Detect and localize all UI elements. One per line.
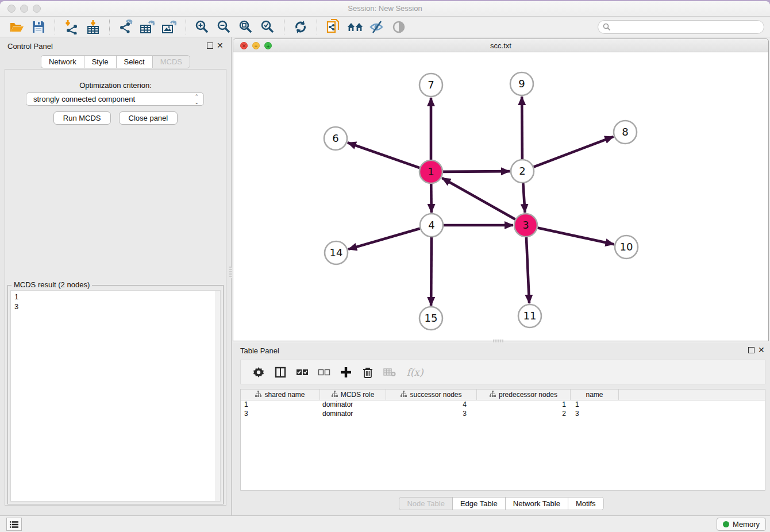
table-tabs: Node TableEdge TableNetwork TableMotifs (233, 497, 770, 510)
network-title: scc.txt (233, 41, 768, 50)
edge-3-11[interactable] (526, 237, 529, 303)
table-toolbar: f(x) (240, 360, 765, 384)
import-table-icon[interactable] (85, 19, 101, 35)
vertical-splitter[interactable] (229, 267, 232, 278)
node-label-9: 9 (518, 78, 525, 90)
zoom-in-icon[interactable] (194, 19, 210, 35)
node-table[interactable]: shared nameMCDS rolesuccessor nodesprede… (240, 389, 765, 491)
delete-table-icon (382, 365, 397, 380)
control-panel-header: Control Panel ✕ (0, 41, 231, 52)
select-all-icon[interactable] (295, 365, 310, 380)
column-header-MCDS-role[interactable]: MCDS role (320, 390, 386, 400)
import-network-icon[interactable] (63, 19, 79, 35)
hide-graphics-icon[interactable] (369, 19, 385, 35)
column-header-successor-nodes[interactable]: successor nodes (386, 390, 477, 400)
float-table-panel-icon[interactable] (748, 347, 754, 353)
app-window: Session: New Session (0, 1, 770, 532)
task-history-button[interactable] (6, 518, 22, 531)
save-icon[interactable] (30, 19, 47, 35)
optimization-label: Optimization criterion: (5, 81, 226, 90)
main-toolbar (0, 17, 770, 37)
edge-2-9[interactable] (522, 97, 522, 159)
table-cell: 1 (241, 400, 320, 410)
export-table-icon[interactable] (140, 19, 156, 35)
tab-mcds[interactable]: MCDS (152, 55, 190, 68)
tab-motifs[interactable]: Motifs (568, 497, 604, 510)
node-label-4: 4 (428, 219, 434, 231)
search-box[interactable] (598, 20, 764, 34)
table-row[interactable]: 1dominator411 (241, 400, 765, 410)
edge-3-10[interactable] (538, 228, 614, 244)
table-cell: 1 (571, 400, 619, 410)
network-view-window: ✕ − ＋ scc.txt 7968124314101511 (233, 38, 769, 341)
open-folder-icon[interactable] (9, 19, 25, 35)
chevron-up-down-icon: ⌃⌄ (194, 94, 199, 105)
toolbar-separator (109, 20, 110, 34)
edge-1-2[interactable] (443, 171, 510, 172)
network-graph[interactable]: 7968124314101511 (233, 52, 768, 341)
gear-icon[interactable] (251, 365, 266, 380)
horizontal-splitter[interactable] (493, 340, 503, 342)
table-cell: 2 (477, 410, 571, 419)
export-image-icon[interactable] (161, 19, 178, 35)
memory-button[interactable]: Memory (717, 518, 766, 531)
zoom-fit-icon[interactable] (238, 19, 254, 35)
refresh-icon[interactable] (292, 19, 309, 35)
table-cell: 3 (571, 410, 619, 419)
edge-2-3[interactable] (523, 183, 525, 213)
tab-network-table[interactable]: Network Table (505, 497, 568, 510)
mcds-result-list[interactable]: 13 (10, 290, 221, 502)
network-canvas[interactable]: 7968124314101511 (233, 52, 768, 341)
optimization-select[interactable]: strongly connected component ⌃⌄ (26, 92, 204, 106)
control-panel-tabs: NetworkStyleSelectMCDS (0, 55, 231, 68)
table-header: shared nameMCDS rolesuccessor nodesprede… (241, 390, 765, 400)
tab-select[interactable]: Select (116, 55, 152, 68)
mcds-result-groupbox: MCDS result (2 nodes) 13 (7, 285, 224, 504)
close-panel-icon[interactable]: ✕ (217, 41, 224, 50)
eye-icon[interactable] (391, 19, 407, 35)
zoom-out-icon[interactable] (216, 19, 232, 35)
tab-node-table[interactable]: Node Table (399, 497, 452, 510)
close-panel-button[interactable]: Close panel (119, 111, 178, 125)
close-table-panel-icon[interactable]: ✕ (758, 345, 765, 354)
edge-1-4[interactable] (431, 184, 432, 213)
home-icon[interactable] (347, 19, 363, 35)
column-layout-icon[interactable] (273, 365, 288, 380)
table-cell: 4 (386, 400, 477, 410)
edge-4-15[interactable] (431, 237, 432, 306)
tab-edge-table[interactable]: Edge Table (452, 497, 505, 510)
trash-icon[interactable] (360, 365, 375, 380)
table-cell: 3 (241, 410, 320, 419)
search-icon (603, 23, 611, 31)
edge-3-1[interactable] (442, 178, 515, 219)
search-input[interactable] (611, 23, 764, 31)
table-row[interactable]: 3dominator323 (241, 410, 765, 419)
tab-style[interactable]: Style (84, 55, 116, 68)
export-network-icon[interactable] (118, 19, 134, 35)
add-icon[interactable] (338, 365, 353, 380)
column-label: name (586, 391, 603, 399)
edge-1-6[interactable] (348, 142, 419, 168)
column-label: MCDS role (341, 391, 375, 399)
node-label-15: 15 (425, 312, 438, 324)
copy-network-icon[interactable] (325, 19, 341, 35)
node-label-6: 6 (332, 132, 338, 144)
mcds-result-node: 1 (14, 292, 217, 302)
deselect-all-icon[interactable] (317, 365, 332, 380)
edge-4-14[interactable] (348, 229, 420, 249)
edge-2-8[interactable] (534, 137, 614, 167)
hierarchy-icon (401, 391, 407, 399)
tab-network[interactable]: Network (41, 55, 84, 68)
float-panel-icon[interactable] (207, 43, 213, 49)
run-mcds-button[interactable]: Run MCDS (53, 111, 111, 125)
toolbar-separator (55, 20, 55, 34)
zoom-selected-icon[interactable] (260, 19, 276, 35)
node-label-11: 11 (523, 310, 537, 322)
node-label-2: 2 (519, 165, 525, 177)
node-label-7: 7 (428, 79, 434, 91)
column-header-shared-name[interactable]: shared name (241, 390, 320, 400)
table-cell: dominator (320, 410, 386, 419)
column-header-predecessor-nodes[interactable]: predecessor nodes (477, 390, 571, 400)
column-header-name[interactable]: name (571, 390, 619, 400)
scrollbar[interactable] (215, 291, 220, 501)
